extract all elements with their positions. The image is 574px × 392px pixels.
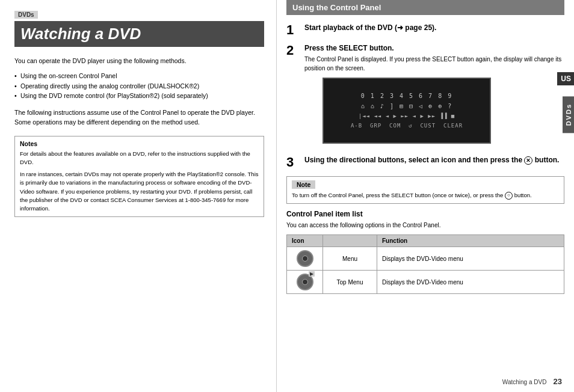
step-3-heading: Using the directional buttons, select an… (304, 156, 564, 165)
footer-label: Watching a DVD (502, 379, 547, 385)
col-header-function: Function (377, 235, 564, 247)
cp-table: Icon Function Menu Displays the DVD-Vide… (286, 234, 564, 294)
list-item: Using the on-screen Control Panel (14, 71, 264, 81)
page-title-block: Watching a DVD (14, 21, 264, 47)
step-3-content: Using the directional buttons, select an… (304, 156, 564, 167)
table-row: ▶ Top Menu Displays the DVD-Video menu (287, 271, 564, 294)
dvd-row-4: A-B GRP COM ↺ CUST CLEAR (351, 123, 463, 129)
dvd-row-1: 0 1 2 3 4 5 6 7 8 9 (361, 93, 452, 99)
circle-button-icon: ○ (505, 192, 513, 200)
left-panel: DVDs Watching a DVD You can operate the … (0, 0, 277, 392)
row-1-name: Menu (323, 247, 377, 271)
row-1-function: Displays the DVD-Video menu (377, 247, 564, 271)
dvd-row-2: ⌂ ⌂ ♪ ] ⊞ ⊟ ◁ ⊕ ⊕ ? (361, 103, 452, 109)
list-item: Operating directly using the analog cont… (14, 81, 264, 91)
note-body-text: To turn off the Control Panel, press the… (292, 192, 503, 198)
list-item: Using the DVD remote control (for PlaySt… (14, 91, 264, 101)
right-panel: US DVDs Using the Control Panel 1 Start … (277, 0, 574, 392)
row-2-name: Top Menu (323, 271, 377, 294)
dvd-display: 0 1 2 3 4 5 6 7 8 9 ⌂ ⌂ ♪ ] ⊞ ⊟ ◁ ⊕ ⊕ ? … (322, 78, 491, 144)
cp-section-intro: You can access the following options in … (286, 221, 564, 230)
note-box: Note To turn off the Control Panel, pres… (286, 176, 564, 204)
row-2-icon: ▶ (287, 271, 323, 294)
step-3-heading-text1: Using the directional buttons, select an… (304, 156, 522, 164)
step-2-heading: Press the SELECT button. (304, 44, 564, 52)
note-body: To turn off the Control Panel, press the… (292, 191, 559, 200)
dvds-side-tab: DVDs (563, 96, 574, 133)
note-item-1: For details about the features available… (20, 150, 259, 167)
table-row: Menu Displays the DVD-Video menu (287, 247, 564, 271)
step-1-heading: Start playback of the DVD (➜ page 25). (304, 23, 564, 32)
section-header: Using the Control Panel (286, 0, 564, 15)
note-item-2: In rare instances, certain DVDs may not … (20, 170, 259, 213)
step-1-number: 1 (286, 23, 301, 37)
assume-text: The following instructions assume use of… (14, 108, 264, 127)
notes-box: Notes For details about the features ava… (14, 136, 264, 218)
col-header-icon: Icon (287, 235, 323, 247)
step-3-number: 3 (286, 156, 301, 169)
col-header-name (323, 235, 377, 247)
us-tab: US (557, 72, 574, 85)
footer: Watching a DVD 23 (502, 377, 562, 386)
notes-title: Notes (20, 140, 259, 147)
row-2-function: Displays the DVD-Video menu (377, 271, 564, 294)
step-2-body: The Control Panel is displayed. If you p… (304, 55, 564, 73)
note-body-text2: button. (514, 192, 532, 198)
section-label: DVDs (14, 11, 38, 19)
row-1-icon (287, 247, 323, 271)
bullet-list: Using the on-screen Control Panel Operat… (14, 71, 264, 101)
step-1: 1 Start playback of the DVD (➜ page 25). (286, 23, 564, 37)
step-3-heading-text2: button. (535, 156, 560, 164)
step-3: 3 Using the directional buttons, select … (286, 156, 564, 169)
x-button-icon: ✕ (524, 156, 532, 165)
step-2: 2 Press the SELECT button. The Control P… (286, 44, 564, 149)
step-1-content: Start playback of the DVD (➜ page 25). (304, 23, 564, 34)
cp-section-title: Control Panel item list (286, 210, 564, 218)
step-2-content: Press the SELECT button. The Control Pan… (304, 44, 564, 149)
dvd-row-3: |◄◄ ◄◄ ◄ ▶ ►► ◄ ▶ ▶► ▐▐ ■ (359, 113, 455, 119)
page-title: Watching a DVD (20, 25, 258, 43)
note-title: Note (292, 180, 315, 189)
step-2-number: 2 (286, 44, 301, 57)
intro-text: You can operate the DVD player using the… (14, 57, 264, 66)
control-panel-section: Control Panel item list You can access t… (286, 210, 564, 294)
table-header-row: Icon Function (287, 235, 564, 247)
top-menu-disc-icon: ▶ (297, 274, 313, 290)
footer-page: 23 (554, 377, 562, 386)
menu-disc-icon (297, 250, 313, 267)
